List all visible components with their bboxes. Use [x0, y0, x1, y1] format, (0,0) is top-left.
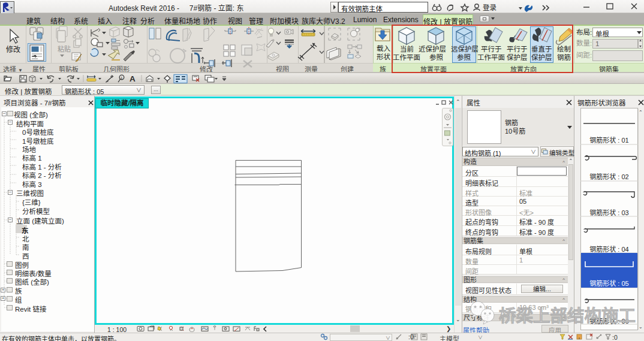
svg-text:桥梁上部结构施工: 桥梁上部结构施工: [499, 302, 636, 327]
svg-text:布局:: 布局:: [576, 29, 592, 36]
svg-text:粘贴: 粘贴: [58, 45, 71, 53]
svg-text:形状: 形状: [377, 53, 390, 61]
svg-text:修改: 修改: [6, 45, 20, 54]
svg-text:A: A: [130, 74, 136, 83]
svg-text:载入: 载入: [377, 45, 390, 52]
svg-text:数量:: 数量:: [576, 39, 592, 47]
svg-text:1: 1: [121, 76, 123, 80]
svg-text:登录: 登录: [483, 4, 496, 11]
svg-text:间距:: 间距:: [576, 52, 592, 59]
